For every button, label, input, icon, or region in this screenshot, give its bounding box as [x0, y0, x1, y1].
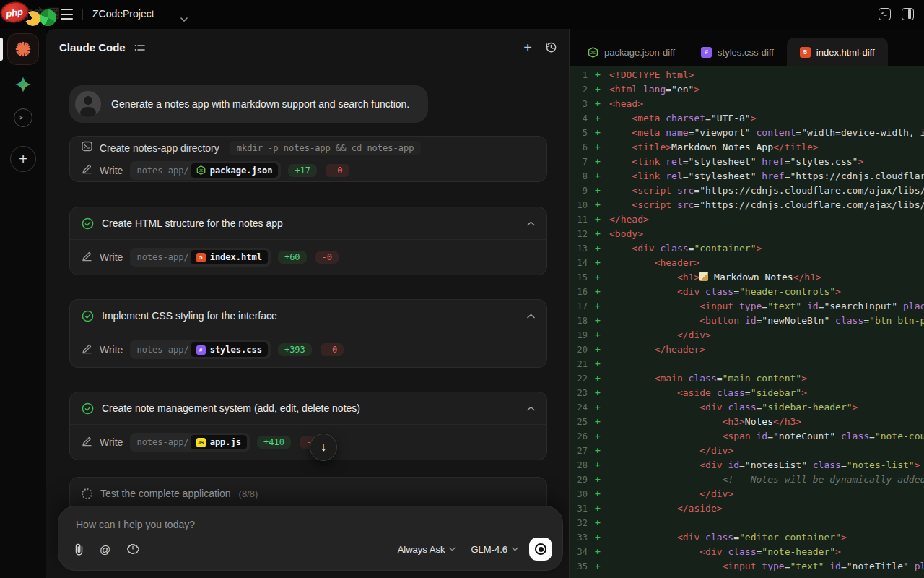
line-number: 24: [573, 400, 588, 415]
diff-added-marker: +: [595, 400, 605, 415]
memo-emoji: [699, 272, 708, 281]
file-chip[interactable]: JSpackage.json: [191, 163, 279, 178]
code-text: <button id="newNoteBtn" class="btn btn-p…: [609, 314, 924, 328]
gemini-star-icon: [14, 76, 32, 93]
diff-added-marker: +: [595, 473, 605, 487]
chat-input-box[interactable]: How can I help you today? @ Always: [58, 506, 563, 571]
html-file-icon: 5: [800, 47, 811, 58]
file-path-pill: notes-app/5index.html: [130, 248, 271, 267]
removed-lines-badge: -0: [315, 251, 339, 264]
task-card-header[interactable]: Create note management system (add, edit…: [70, 392, 546, 424]
code-text: <div id="notesList" class="notes-list">: [609, 458, 920, 473]
write-label: Write: [100, 344, 123, 355]
code-text: </aside>: [609, 501, 723, 516]
chat-input-placeholder[interactable]: How can I help you today?: [76, 519, 195, 530]
file-path-pill: notes-app/#styles.css: [130, 340, 271, 359]
project-selector[interactable]: ZCodeProject: [92, 8, 154, 20]
check-circle-icon: [82, 217, 94, 230]
chevron-up-icon[interactable]: [527, 221, 535, 226]
sidebar-item-gemini[interactable]: [14, 75, 32, 94]
pacman-logo-icon: [25, 11, 40, 26]
file-chip[interactable]: 5index.html: [191, 250, 268, 264]
code-text: <div class="sidebar-header">: [609, 400, 858, 415]
added-lines-badge: +17: [288, 164, 317, 177]
mention-icon[interactable]: @: [100, 543, 110, 556]
code-line: 21+: [570, 357, 924, 371]
hamburger-menu-icon[interactable]: [61, 9, 73, 20]
task-card[interactable]: Create notes-app directorymkdir -p notes…: [69, 136, 547, 182]
brain-icon[interactable]: [126, 544, 139, 555]
tab-styles.css-diff[interactable]: #styles.css-diff: [688, 38, 787, 66]
diff-added-marker: +: [595, 458, 605, 473]
write-row: Writenotes-app/#styles.css+393-0: [70, 332, 546, 367]
svg-text:JS: JS: [199, 168, 204, 173]
task-list-icon[interactable]: [134, 43, 145, 52]
diff-added-marker: +: [595, 328, 605, 342]
panel-toggle-icon[interactable]: [902, 8, 914, 20]
code-text: <!-- Notes will be dynamically added her…: [609, 473, 924, 487]
pie-logo-icon: [40, 9, 56, 26]
record-icon: [535, 543, 546, 555]
line-number: 19: [573, 328, 588, 342]
file-chip[interactable]: #styles.css: [191, 342, 268, 357]
watermark: 中文网 php: [0, 0, 65, 29]
send-record-button[interactable]: [529, 538, 552, 561]
task-progress: (8/8): [239, 488, 258, 499]
scroll-to-bottom-button[interactable]: ↓: [310, 434, 337, 461]
code-line: 34+ <div class="note-header">: [570, 545, 924, 559]
code-text: <script src="https://cdnjs.cloudflare.co…: [609, 184, 924, 198]
chat-input-toolbar: @ Always Ask GLM-4.6: [74, 538, 552, 561]
terminal-window-icon[interactable]: >_: [879, 8, 891, 20]
task-card-header[interactable]: Test the complete application(8/8): [70, 478, 546, 509]
model-selector[interactable]: GLM-4.6: [466, 541, 523, 558]
code-line: 32+: [570, 516, 924, 530]
conversation[interactable]: Generate a notes app with markdown suppo…: [46, 66, 569, 578]
diff-added-marker: +: [595, 530, 605, 545]
file-path-pill: notes-app/JSpackage.json: [130, 161, 281, 180]
chevron-up-icon[interactable]: [527, 406, 535, 411]
permission-mode-value: Always Ask: [398, 544, 445, 555]
attach-file-icon[interactable]: [74, 543, 84, 556]
file-chip[interactable]: JSapp.js: [191, 435, 247, 449]
sidebar-item-claude-code[interactable]: [7, 33, 39, 65]
line-number: 35: [573, 559, 588, 574]
line-number: 34: [573, 545, 588, 559]
line-number: 22: [573, 371, 588, 386]
code-text: <meta name="viewport" content="width=dev…: [609, 126, 924, 140]
chevron-up-icon[interactable]: [527, 314, 535, 319]
code-text: <link rel="stylesheet" href="https://cdn…: [609, 169, 924, 184]
task-card[interactable]: Create note management system (add, edit…: [69, 392, 547, 460]
diff-added-marker: +: [595, 111, 605, 126]
file-name: app.js: [210, 437, 241, 447]
task-card-header[interactable]: Create HTML structure for the notes app: [70, 207, 546, 239]
code-text: <h1> Markdown Notes</h1>: [609, 270, 821, 285]
task-card[interactable]: Create HTML structure for the notes appW…: [69, 207, 547, 275]
code-line: 1+<!DOCTYPE html>: [570, 68, 924, 82]
code-line: 16+ <div class="header-controls">: [570, 285, 924, 299]
history-icon[interactable]: [545, 41, 557, 53]
command-label: Create notes-app directory: [100, 142, 219, 154]
tab-package.json-diff[interactable]: JSpackage.json-diff: [575, 38, 688, 66]
add-session-button[interactable]: +: [10, 146, 36, 172]
write-label: Write: [100, 436, 123, 448]
permission-mode-selector[interactable]: Always Ask: [393, 541, 461, 558]
spinner-icon: [82, 488, 92, 499]
diff-added-marker: +: [595, 256, 605, 270]
new-chat-button[interactable]: +: [523, 40, 532, 55]
editor-panel: JSpackage.json-diff#styles.css-diff5inde…: [570, 29, 924, 578]
diff-added-marker: +: [595, 227, 605, 241]
line-number: 21: [573, 357, 588, 371]
chevron-down-icon[interactable]: [180, 12, 188, 25]
code-line: 31+ </aside>: [570, 501, 924, 516]
tab-index.html-diff[interactable]: 5index.html-diff: [787, 38, 888, 66]
task-card[interactable]: Implement CSS styling for the interfaceW…: [69, 299, 547, 368]
code-line: 17+ <input type="text" id="searchInput" …: [570, 299, 924, 314]
task-card-title: Implement CSS styling for the interface: [102, 310, 277, 322]
task-card-header[interactable]: Implement CSS styling for the interface: [70, 300, 546, 332]
css-file-icon: #: [701, 47, 712, 58]
titlebar-actions: >_: [879, 8, 914, 20]
code-line: 29+ <!-- Notes will be dynamically added…: [570, 473, 924, 487]
code-text: </div>: [609, 487, 733, 501]
diff-code-view[interactable]: 1+<!DOCTYPE html>2+<html lang="en">3+<he…: [570, 66, 924, 578]
sidebar-item-terminal[interactable]: >_: [14, 108, 32, 127]
